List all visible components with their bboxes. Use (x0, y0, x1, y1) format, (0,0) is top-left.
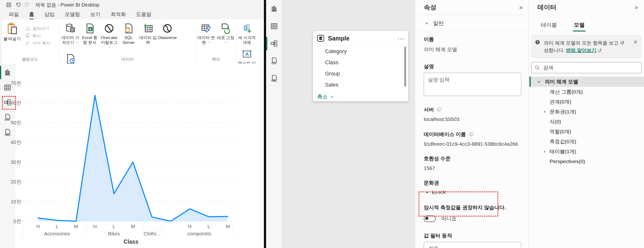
undo-icon[interactable] (15, 2, 21, 8)
view-rail-left: DAXTMDL (0, 63, 15, 248)
onelake-icon (104, 23, 115, 34)
paste-label: 붙여넣기 (4, 36, 21, 42)
table-field-Class[interactable]: Class (313, 57, 408, 68)
value-filter-selected: 자동 (429, 245, 439, 248)
menu-item-보기[interactable]: 보기 (87, 10, 104, 18)
format-painter-button[interactable]: 서식 복사 (25, 39, 50, 46)
svg-text:DAX: DAX (272, 62, 276, 65)
tree-item-관계(0개)[interactable]: 관계(0개) (529, 97, 644, 107)
tree-item-문화권(1개)[interactable]: 문화권(1개) (529, 107, 644, 117)
format-painter-label: 서식 복사 (32, 40, 50, 46)
chevron-down-icon (511, 246, 516, 248)
tree-item-label: 테이블(1개) (550, 148, 576, 155)
dax-view-icon: DAX (4, 113, 12, 122)
data-panel: 데이터 » 테이블모델 의미 체계 모델의 모든 항목을 보고 구성합니다. 방… (529, 0, 644, 248)
new-table-icon (142, 23, 154, 34)
menu-item-홈[interactable]: 홈 (26, 10, 38, 18)
close-icon[interactable] (633, 39, 638, 45)
tree-item-역할(0개)[interactable]: 역할(0개) (529, 127, 644, 136)
ribbon-group-insert: 새 시각적 개체A 텍스트 상자 (237, 19, 266, 63)
ribbon-button-데이터 가져오기[interactable]: 데이터 가져오기 (61, 19, 80, 45)
rail-item-model-view[interactable] (266, 35, 282, 52)
ribbon-group-query: 쿼리 데이터 변환 새로 고침 (196, 19, 236, 63)
info-banner: 의미 체계 모델의 모든 항목을 보고 구성합니다. 방법 알아보기 (531, 35, 642, 58)
model-explorer-tree: 의미 체계 모델 계산 그룹(0개)관계(0개)문화권(1개)식(0)역할(0개… (529, 77, 644, 166)
database-name-label: 데이터베이스 이름 (424, 131, 522, 138)
table-card-sample[interactable]: Sample ... CategoryClassGroupSales 축소 (313, 31, 408, 101)
save-icon[interactable] (6, 2, 12, 8)
properties-panel-title: 속성 (424, 3, 436, 12)
tree-item-Perspectives(0)[interactable]: Perspectives(0) (529, 156, 644, 166)
tree-item-식(0)[interactable]: 식(0) (529, 117, 644, 127)
paste-button[interactable]: 붙여넣기 (2, 19, 22, 42)
rail-item-table-view[interactable] (266, 17, 282, 35)
collapse-label: 축소 (317, 93, 328, 100)
ribbon-button-텍스트 상자[interactable]: A 텍스트 상자 (237, 45, 257, 63)
menu-item-모델링[interactable]: 모델링 (61, 10, 84, 18)
search-box (531, 62, 642, 73)
rail-item-tmdl-view[interactable]: TMDL (266, 70, 282, 87)
refresh-file-icon (220, 23, 231, 34)
rail-item-dax-view[interactable]: DAX (0, 110, 15, 125)
ribbon-button-OneLake 카탈로그[interactable]: OneLake 카탈로그 (100, 19, 119, 50)
search-input[interactable] (542, 64, 638, 71)
ribbon-divider (196, 24, 196, 60)
ribbon-button-데이터 입력[interactable]: 데이터 입력 (138, 19, 158, 45)
model-view-icon (270, 39, 278, 48)
tree-item-계산 그룹(0개)[interactable]: 계산 그룹(0개) (529, 87, 644, 97)
ribbon-button-SQL Server[interactable]: SQL Server (119, 19, 138, 45)
scissors-icon (25, 26, 30, 31)
ribbon-button-새로 고침[interactable]: 새로 고침 (216, 19, 235, 45)
learn-more-link[interactable]: 방법 알아보기 (566, 47, 596, 53)
dataverse-icon (162, 23, 173, 34)
group-label-query: 쿼리 (196, 56, 236, 62)
ribbon-button-label: SQL Server (119, 35, 138, 45)
tab-모델[interactable]: 모델 (574, 21, 584, 31)
ribbon-button-Dataverse[interactable]: Dataverse (158, 19, 177, 40)
copy-value-icon[interactable] (469, 132, 474, 137)
tree-item-측정값(0개)[interactable]: 측정값(0개) (529, 136, 644, 146)
data-panel-tabs: 테이블모델 (529, 21, 644, 31)
value-filter-label: 값 필터 동작 (424, 232, 522, 239)
collapse-link[interactable]: 축소 (313, 90, 408, 100)
ribbon-group-clipboard: 붙여넣기 잘라내기 복사 서식 복사 클립보드 (2, 19, 58, 63)
copy-button[interactable]: 복사 (25, 32, 50, 39)
menu-item-최적화[interactable]: 최적화 (107, 10, 129, 18)
chevron-right-icon (542, 149, 547, 154)
menu-item-파일[interactable]: 파일 (5, 10, 22, 18)
ribbon-button-데이터 변환[interactable]: 데이터 변환 (196, 19, 216, 45)
general-section-header[interactable]: 일반 (415, 15, 528, 32)
tree-item-label: 역할(0개) (550, 128, 571, 135)
svg-text:DAX: DAX (4, 119, 10, 121)
rail-item-dax-view[interactable]: DAX (266, 52, 282, 70)
report-canvas (15, 63, 264, 248)
group-label-clipboard: 클립보드 (2, 56, 58, 62)
rail-item-tmdl-view[interactable]: TMDL (0, 125, 15, 140)
collapse-panel-icon[interactable]: » (519, 4, 523, 11)
tmdl-view-icon: TMDL (270, 74, 278, 83)
collapse-panel-icon[interactable]: » (635, 4, 638, 11)
tmdl-view-icon: TMDL (4, 128, 12, 137)
rail-item-report-view[interactable] (0, 65, 15, 80)
tab-테이블[interactable]: 테이블 (541, 21, 557, 31)
rail-item-report-view[interactable] (266, 0, 282, 17)
tree-root-semantic-model[interactable]: 의미 체계 모델 (529, 77, 644, 87)
card-scrollbar[interactable] (404, 46, 406, 87)
table-field-Category[interactable]: Category (313, 46, 408, 57)
copy-value-icon[interactable] (437, 107, 442, 112)
menu-item-삽입[interactable]: 삽입 (41, 10, 58, 18)
svg-text:A: A (245, 51, 249, 57)
rail-item-table-view[interactable] (0, 80, 15, 95)
ribbon-button-새 시각적 개체[interactable]: 새 시각적 개체 (237, 19, 257, 45)
ribbon-button-Excel 통합 문서[interactable]: X Excel 통합 문서 (80, 19, 100, 45)
value-filter-dropdown[interactable]: 자동 (424, 242, 521, 248)
menu-item-도움말[interactable]: 도움말 (133, 10, 155, 18)
table-field-Sales[interactable]: Sales (313, 79, 408, 90)
ribbon-button-label: 데이터 입력 (138, 35, 158, 45)
cut-button[interactable]: 잘라내기 (25, 25, 50, 32)
table-field-Group[interactable]: Group (313, 68, 408, 79)
table-card-more-button[interactable]: ... (398, 33, 404, 43)
tree-item-테이블(1개)[interactable]: 테이블(1개) (529, 146, 644, 156)
table-card-fields: CategoryClassGroupSales (313, 46, 408, 90)
description-input[interactable] (424, 73, 521, 96)
